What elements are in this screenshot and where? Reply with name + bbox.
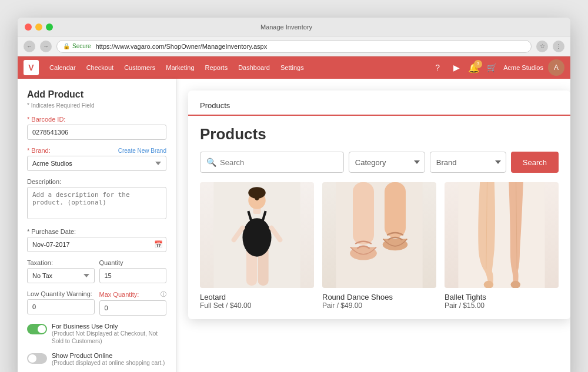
shoes-price: Pair / $49.00: [322, 301, 436, 310]
business-use-label-group: For Business Use Only (Product Not Displ…: [52, 323, 166, 345]
nav-customers[interactable]: Customers: [119, 62, 160, 73]
purchase-date-input[interactable]: [27, 237, 166, 252]
category-select[interactable]: Category: [349, 152, 425, 173]
leotard-name: Leotard: [200, 293, 314, 301]
browser-toolbar: ← → 🔒 Secure https://www.vagaro.com/Shop…: [18, 36, 570, 56]
products-header: Products: [188, 91, 570, 116]
nav-settings[interactable]: Settings: [276, 62, 309, 73]
play-button[interactable]: ▶: [449, 61, 463, 75]
product-card-leotard[interactable]: Leotard Full Set / $40.00: [200, 182, 314, 310]
menu-button[interactable]: ⋮: [553, 41, 564, 52]
required-note: * Indicates Required Field: [27, 102, 166, 109]
nav-marketing[interactable]: Marketing: [161, 62, 199, 73]
description-textarea[interactable]: [27, 187, 166, 219]
app-logo[interactable]: V: [24, 60, 39, 75]
max-qty-input[interactable]: [99, 300, 167, 316]
taxation-group: Taxation: No Tax: [27, 259, 95, 283]
products-grid: Leotard Full Set / $40.00: [200, 182, 559, 310]
products-card: Products Products 🔍 Category Brand: [188, 91, 570, 319]
purchase-date-group: * Purchase Date: 📅: [27, 228, 166, 252]
nav-calendar[interactable]: Calendar: [45, 62, 81, 73]
url-text: https://www.vagaro.com/ShopOwner/ManageI…: [96, 43, 267, 50]
create-new-brand-link[interactable]: Create New Brand: [118, 148, 166, 154]
cart-button[interactable]: 🛒: [485, 61, 499, 75]
search-button[interactable]: Search: [511, 152, 559, 173]
browser-window: Manage Inventory ← → 🔒 Secure https://ww…: [18, 18, 570, 372]
product-card-shoes[interactable]: Round Dance Shoes Pair / $49.00: [322, 182, 436, 310]
notification-count: 3: [474, 60, 482, 68]
low-qty-input[interactable]: [27, 299, 95, 314]
svg-rect-13: [353, 182, 374, 244]
svg-point-3: [242, 218, 271, 256]
low-max-qty-row: Low Quantity Warning: Max Quantity: ⓘ: [27, 290, 166, 323]
svg-rect-15: [385, 182, 406, 237]
max-qty-label: Max Quantity: ⓘ: [99, 290, 167, 299]
leotard-price: Full Set / $40.00: [200, 301, 314, 310]
nav-right: ? ▶ 🔔 3 🛒 Acme Studios A: [430, 59, 564, 76]
show-online-sub: (Product displayed at online shopping ca…: [52, 359, 166, 367]
app-navbar: V Calendar Checkout Customers Marketing …: [18, 56, 570, 79]
panel-title: Add Product: [27, 89, 166, 100]
barcode-group: * Barcode ID:: [27, 116, 166, 140]
shoes-name: Round Dance Shoes: [322, 293, 436, 301]
business-use-row: For Business Use Only (Product Not Displ…: [27, 323, 166, 345]
business-use-label: For Business Use Only: [52, 323, 166, 330]
taxation-select[interactable]: No Tax: [27, 268, 95, 283]
nav-checkout[interactable]: Checkout: [82, 62, 118, 73]
app-content: Add Product * Indicates Required Field *…: [18, 79, 570, 372]
help-button[interactable]: ?: [430, 61, 445, 75]
show-online-toggle[interactable]: [27, 353, 47, 364]
calendar-icon: 📅: [154, 240, 163, 249]
products-tab[interactable]: Products: [200, 101, 230, 115]
add-product-panel: Add Product * Indicates Required Field *…: [18, 79, 176, 372]
show-online-label: Show Product Online: [52, 352, 166, 359]
svg-rect-12: [336, 182, 422, 288]
search-bar: 🔍 Category Brand Search: [200, 152, 559, 173]
description-label: Description:: [27, 178, 166, 185]
show-online-label-group: Show Product Online (Product displayed a…: [52, 352, 166, 367]
product-card-tights[interactable]: Ballet Tights Pair / $15.00: [445, 182, 559, 310]
address-bar[interactable]: 🔒 Secure https://www.vagaro.com/ShopOwne…: [56, 40, 532, 53]
taxation-label: Taxation:: [27, 259, 95, 266]
svg-rect-17: [458, 182, 544, 288]
barcode-input[interactable]: [27, 125, 166, 140]
brand-label: * Brand: Create New Brand: [27, 147, 166, 154]
tights-image: [445, 182, 559, 288]
quantity-group: Quantity: [99, 259, 167, 283]
show-online-row: Show Product Online (Product displayed a…: [27, 352, 166, 367]
description-group: Description:: [27, 178, 166, 221]
business-use-sub: (Product Not Displayed at Checkout, Not …: [52, 330, 166, 345]
tights-price: Pair / $15.00: [445, 301, 559, 310]
store-name: Acme Studios: [503, 64, 543, 71]
nav-dashboard[interactable]: Dashboard: [233, 62, 275, 73]
barcode-label: * Barcode ID:: [27, 116, 166, 123]
nav-items: Calendar Checkout Customers Marketing Re…: [45, 62, 430, 73]
max-qty-group: Max Quantity: ⓘ: [99, 290, 167, 316]
forward-button[interactable]: →: [40, 41, 52, 52]
back-button[interactable]: ←: [24, 41, 35, 52]
brand-group: * Brand: Create New Brand Acme Studios: [27, 147, 166, 171]
svg-point-9: [255, 193, 259, 200]
purchase-date-label: * Purchase Date:: [27, 228, 166, 235]
quantity-label: Quantity: [99, 259, 167, 266]
business-use-toggle[interactable]: [27, 324, 47, 334]
search-input-wrapper: 🔍: [200, 152, 344, 173]
products-page-title: Products: [200, 125, 559, 143]
quantity-input[interactable]: [99, 268, 167, 283]
user-avatar[interactable]: A: [548, 59, 564, 76]
tights-name: Ballet Tights: [445, 293, 559, 301]
brand-filter-select[interactable]: Brand: [430, 152, 506, 173]
products-panel: Products Products 🔍 Category Brand: [176, 79, 570, 372]
bookmark-button[interactable]: ☆: [536, 41, 548, 52]
search-icon: 🔍: [206, 157, 216, 167]
shoes-image: [322, 182, 436, 288]
low-qty-label: Low Quantity Warning:: [27, 290, 95, 297]
browser-titlebar: Manage Inventory: [18, 18, 570, 36]
brand-select[interactable]: Acme Studios: [27, 156, 166, 171]
low-qty-group: Low Quantity Warning:: [27, 290, 95, 316]
search-input[interactable]: [220, 158, 338, 167]
notifications-button[interactable]: 🔔 3: [468, 62, 480, 73]
products-body: Products 🔍 Category Brand Search: [188, 116, 570, 319]
leotard-image: [200, 182, 314, 288]
nav-reports[interactable]: Reports: [201, 62, 233, 73]
